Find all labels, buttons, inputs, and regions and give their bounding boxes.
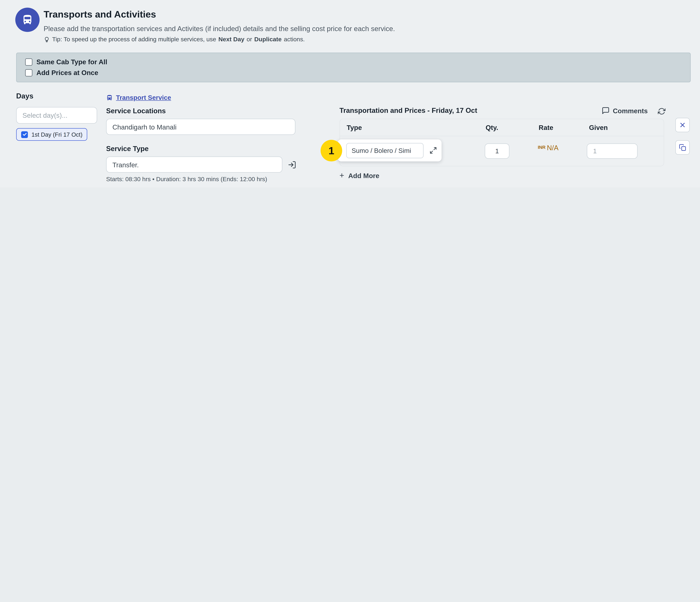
bus-icon: [22, 14, 33, 26]
add-prices-checkbox[interactable]: [25, 69, 32, 76]
prices-title: Transportation and Prices - Friday, 17 O…: [340, 106, 477, 115]
cab-type-control: [338, 140, 442, 161]
service-type-label: Service Type: [106, 145, 149, 153]
days-label: Days: [16, 92, 33, 100]
col-qty: Qty.: [486, 124, 498, 131]
transport-avatar: [15, 8, 40, 32]
bulk-options-panel: Same Cab Type for All Add Prices at Once: [16, 53, 691, 82]
tip-bold-next-day: Next Day: [218, 36, 245, 43]
table-header-divider: [340, 136, 664, 136]
service-locations-input[interactable]: [106, 119, 295, 135]
lightbulb-icon: [44, 36, 50, 43]
col-rate: Rate: [539, 124, 553, 131]
same-cab-option[interactable]: Same Cab Type for All: [25, 58, 690, 66]
col-type: Type: [347, 124, 362, 131]
page-subtitle: Please add the transportation services a…: [44, 25, 395, 33]
annotation-marker-1: 1: [321, 140, 342, 161]
comment-icon: [602, 106, 610, 115]
close-icon: [679, 121, 686, 128]
same-cab-checkbox[interactable]: [25, 58, 32, 66]
day-chip-checkbox[interactable]: [21, 131, 28, 138]
bus-icon: [106, 94, 113, 101]
add-prices-label: Add Prices at Once: [36, 69, 98, 76]
tip-text: Tip: To speed up the process of adding m…: [52, 36, 216, 43]
transport-service-link[interactable]: Transport Service: [106, 94, 171, 101]
page-title: Transports and Activities: [44, 9, 156, 20]
expand-icon[interactable]: [429, 147, 437, 154]
rate-value: INR N/A: [538, 144, 558, 152]
col-given: Given: [589, 124, 608, 131]
service-locations-label: Service Locations: [106, 107, 166, 115]
day-chip[interactable]: 1st Day (Fri 17 Oct): [16, 128, 88, 141]
tip-end: actions.: [284, 36, 305, 43]
service-type-input[interactable]: [106, 156, 282, 173]
add-prices-option[interactable]: Add Prices at Once: [25, 69, 690, 76]
select-days-input[interactable]: [16, 107, 97, 124]
duplicate-day-button[interactable]: [675, 140, 690, 155]
qty-input[interactable]: [485, 144, 509, 159]
transport-service-link-label: Transport Service: [116, 94, 171, 101]
cab-type-input[interactable]: [346, 143, 424, 158]
tip-or: or: [247, 36, 252, 43]
day-chip-label: 1st Day (Fri 17 Oct): [31, 131, 82, 138]
open-service-details-icon[interactable]: [288, 160, 296, 169]
plus-icon: +: [340, 171, 344, 180]
comments-button[interactable]: Comments: [602, 106, 648, 115]
schedule-text: Starts: 08:30 hrs • Duration: 3 hrs 30 m…: [106, 176, 267, 182]
comments-label: Comments: [613, 107, 648, 115]
tip-bold-duplicate: Duplicate: [254, 36, 281, 43]
given-input[interactable]: [587, 144, 638, 159]
app-page: Transports and Activities Please add the…: [0, 0, 700, 187]
copy-icon: [679, 144, 686, 151]
remove-day-button[interactable]: [675, 118, 690, 132]
tip-row: Tip: To speed up the process of adding m…: [44, 36, 305, 43]
add-more-button[interactable]: +Add More: [340, 171, 379, 180]
refresh-icon[interactable]: [658, 107, 666, 115]
same-cab-label: Same Cab Type for All: [36, 58, 107, 66]
